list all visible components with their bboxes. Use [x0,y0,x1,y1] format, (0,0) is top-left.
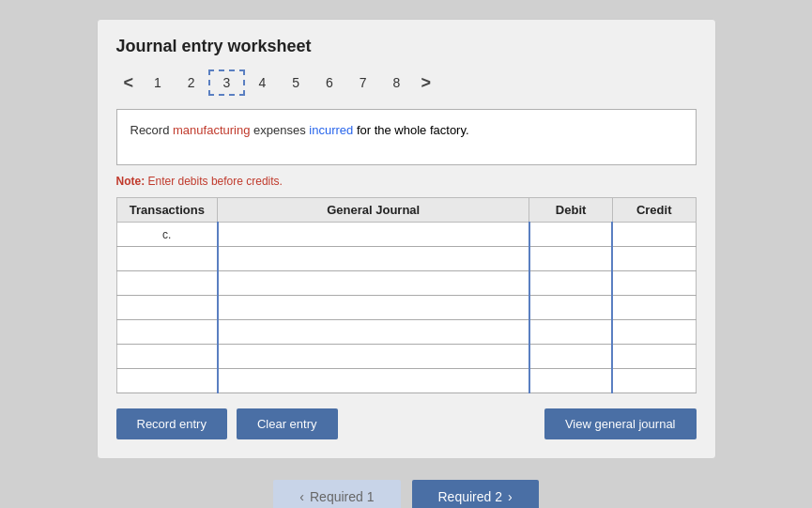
tab-7[interactable]: 7 [346,69,380,96]
bottom-navigation: ‹ Required 1 Required 2 › [97,480,716,508]
table-row [116,369,696,393]
credit-input-cell-6[interactable] [612,345,696,369]
col-debit: Debit [529,198,613,223]
chevron-right-icon: › [508,489,513,504]
col-credit: Credit [612,198,696,223]
note-body: Enter debits before credits. [145,175,283,188]
tab-6[interactable]: 6 [313,69,346,96]
debit-input-1[interactable] [530,223,612,246]
desc-word-expenses: expenses [250,123,309,137]
tab-8[interactable]: 8 [380,69,414,96]
general-journal-input-2[interactable] [219,247,529,270]
view-general-journal-button[interactable]: View general journal [544,408,697,439]
debit-input-7[interactable] [530,369,612,393]
debit-input-4[interactable] [530,296,612,319]
credit-input-3[interactable] [613,271,695,295]
debit-input-cell-6[interactable] [529,345,613,369]
table-row [116,345,696,369]
debit-input-cell-7[interactable] [529,369,613,393]
credit-input-4[interactable] [613,296,695,319]
debit-input-cell-5[interactable] [529,320,613,345]
general-journal-input-3[interactable] [219,271,529,295]
general-journal-input-5[interactable] [219,320,529,344]
desc-word-manufacturing: manufacturing [173,123,250,137]
tab-1[interactable]: 1 [141,69,175,96]
chevron-left-icon: ‹ [299,489,304,504]
table-row [116,296,696,320]
prev-arrow[interactable]: < [116,71,142,95]
table-row: c. [116,223,696,247]
tab-2[interactable]: 2 [175,69,208,96]
action-buttons: Record entry Clear entry View general jo… [116,408,697,439]
debit-input-cell-4[interactable] [529,296,613,320]
transaction-label-4 [116,296,218,320]
debit-input-2[interactable] [530,247,612,270]
credit-input-cell-7[interactable] [612,369,696,393]
col-general-journal: General Journal [218,198,529,223]
transaction-label-7 [116,369,218,393]
required1-button[interactable]: ‹ Required 1 [273,480,400,508]
general-journal-input-cell-7[interactable] [218,369,529,393]
journal-table: Transactions General Journal Debit Credi… [116,197,697,393]
tab-list: 1 2 3 4 5 6 7 8 [141,69,413,96]
required2-button[interactable]: Required 2 › [412,480,539,508]
page-title: Journal entry worksheet [116,37,697,56]
required2-label: Required 2 [438,489,503,504]
debit-input-cell-3[interactable] [529,271,613,296]
table-row [116,247,696,271]
next-arrow[interactable]: > [413,71,438,95]
debit-input-cell-1[interactable] [529,223,613,247]
general-journal-input-cell[interactable] [218,223,529,247]
debit-input-cell-2[interactable] [529,247,613,271]
general-journal-input-6[interactable] [219,345,529,368]
debit-input-3[interactable] [530,271,612,295]
general-journal-input-cell-3[interactable] [218,271,529,296]
credit-input-5[interactable] [613,320,695,344]
credit-input-1[interactable] [613,223,695,246]
tab-5[interactable]: 5 [279,69,313,96]
credit-input-cell-3[interactable] [612,271,696,296]
record-entry-button[interactable]: Record entry [116,408,227,439]
desc-word-record: Record [130,123,174,137]
general-journal-input-cell-5[interactable] [218,320,529,345]
debit-input-6[interactable] [530,345,612,368]
credit-input-cell-2[interactable] [612,247,696,271]
credit-input-7[interactable] [613,369,695,393]
transaction-label-2 [116,247,218,271]
general-journal-input-cell-2[interactable] [218,247,529,271]
general-journal-input-cell-4[interactable] [218,296,529,320]
transaction-label-6 [116,345,218,369]
table-row [116,271,696,296]
tab-3[interactable]: 3 [208,69,246,96]
general-journal-input-4[interactable] [219,296,529,319]
journal-entry-worksheet: Journal entry worksheet < 1 2 3 4 5 6 7 … [97,19,716,459]
tab-4[interactable]: 4 [245,69,279,96]
clear-entry-button[interactable]: Clear entry [237,408,338,439]
debit-input-5[interactable] [530,320,612,344]
credit-input-cell-5[interactable] [612,320,696,345]
credit-input-cell-1[interactable] [612,223,696,247]
transaction-label: c. [116,223,218,247]
description-box: Record manufacturing expenses incurred f… [116,109,697,165]
note-label: Note: [116,175,146,188]
credit-input-cell-4[interactable] [612,296,696,320]
desc-word-for: for the whole factory. [353,123,468,137]
transaction-label-5 [116,320,218,345]
desc-word-incurred: incurred [309,123,353,137]
credit-input-2[interactable] [613,247,695,270]
credit-input-6[interactable] [613,345,695,368]
tab-navigation: < 1 2 3 4 5 6 7 8 > [116,69,697,96]
transaction-label-3 [116,271,218,296]
general-journal-input-cell-6[interactable] [218,345,529,369]
general-journal-input-7[interactable] [219,369,529,393]
table-row [116,320,696,345]
note-text: Note: Enter debits before credits. [116,175,697,188]
col-transactions: Transactions [116,198,218,223]
required1-label: Required 1 [310,489,375,504]
general-journal-input-1[interactable] [219,223,529,246]
